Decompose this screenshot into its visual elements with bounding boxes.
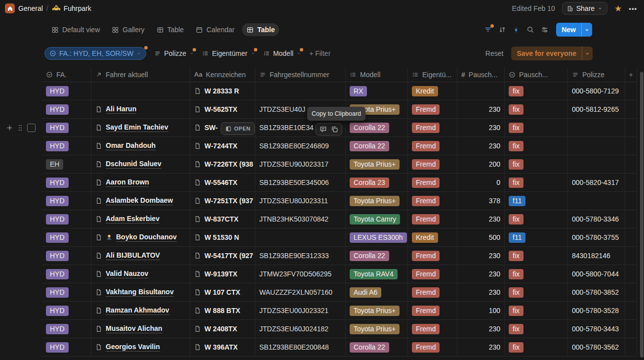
cell-polizze[interactable]: 000-5800-7129	[568, 82, 625, 100]
table-row[interactable]: HYDValid NauzovW-9139TXJTMW23FV70D506295…	[42, 265, 637, 283]
column-header-pausch-[interactable]: Pausch...	[505, 67, 568, 82]
table-row[interactable]: HYDAslambek DombaewW-7251TX (937JTDZS3EU…	[42, 192, 637, 210]
column-header-eigentü-[interactable]: Eigentü...	[408, 67, 457, 82]
cell-pauschale-betrag[interactable]: 200	[457, 155, 505, 173]
driver-page-link[interactable]: Aaron Brown	[106, 178, 149, 187]
more-options-icon[interactable]: •••	[629, 5, 637, 12]
driver-page-link[interactable]: Valid Nauzov	[106, 270, 148, 278]
table-row[interactable]: HYDBoyko DouchanovW 51530 NLEXUS ES300hK…	[42, 228, 637, 247]
cell-empty[interactable]	[625, 265, 637, 283]
cell-fahrer-aktuell[interactable]: Ramzan Akhmadov	[91, 302, 190, 319]
column-header-fahrgestellnummer[interactable]: Fahrgestellnummer	[255, 67, 346, 82]
view-tab-default-view-0[interactable]: Default view	[47, 23, 104, 36]
column-header-modell[interactable]: Modell	[346, 67, 408, 82]
driver-page-link[interactable]: Georgios Vavilin	[106, 343, 160, 352]
cell-empty[interactable]	[625, 119, 637, 136]
table-row[interactable]: HYDAdam EskerbievW-837CTXJTNB23HK5030708…	[42, 210, 637, 228]
cell-pauschale-betrag[interactable]: 230	[457, 137, 505, 155]
cell-modell[interactable]: Toyota Camry	[346, 210, 408, 228]
cell-fahrer-aktuell[interactable]: Vakhtang Bisultanov	[91, 283, 190, 301]
cell-pauschale-typ[interactable]: fix	[505, 338, 568, 356]
cell-pauschale-typ[interactable]: fix	[505, 82, 568, 100]
table-row[interactable]: HYDAaron BrownW-5546TXSB1Z93BE50E345006C…	[42, 174, 637, 192]
cell-fahrgestellnummer[interactable]: SB1Z93BE80E246809	[255, 137, 346, 155]
cell-fahrer-aktuell[interactable]: Musaitov Alichan	[91, 320, 190, 338]
filter-chip-2[interactable]: Eigentümer	[202, 49, 255, 57]
cell-fahrer-aktuell[interactable]: Omar Dahdouh	[91, 137, 190, 155]
cell-empty[interactable]	[625, 137, 637, 155]
cell-fa[interactable]: HYD	[42, 100, 91, 118]
cell-modell[interactable]: Corolla 22	[346, 247, 408, 265]
cell-modell[interactable]: Toyota Prius+	[346, 155, 408, 173]
cell-kennzeichen[interactable]: W-5625TX	[190, 100, 255, 118]
breadcrumb-general[interactable]: General	[18, 4, 43, 12]
cell-kennzeichen[interactable]: W 28333 R	[190, 82, 255, 100]
cell-fahrgestellnummer[interactable]: JTDZS3EU80J023311	[255, 192, 346, 210]
cell-modell[interactable]: Toyota Prius+	[346, 192, 408, 210]
cell-fa[interactable]: HYD	[42, 265, 91, 283]
reset-button[interactable]: Reset	[485, 49, 504, 57]
driver-page-link[interactable]: Ali Harun	[106, 105, 136, 114]
cell-fahrgestellnummer[interactable]	[255, 228, 346, 246]
cell-pauschale-typ[interactable]: fix	[505, 302, 568, 319]
cell-pauschale-betrag[interactable]: 230	[457, 119, 505, 136]
breadcrumb-fuhrpark[interactable]: Fuhrpark	[52, 4, 91, 12]
cell-fa[interactable]: EH	[42, 155, 91, 173]
cell-fa[interactable]: HYD	[42, 338, 91, 356]
cell-eigentuemer[interactable]: Fremd	[408, 320, 457, 338]
view-tab-table-4[interactable]: Table	[242, 23, 280, 36]
cell-pauschale-typ[interactable]: fix	[505, 283, 568, 301]
open-page-button[interactable]: OPEN	[221, 122, 255, 135]
cell-kennzeichen[interactable]: W-837CTX	[190, 210, 255, 228]
sort-icon[interactable]	[498, 26, 506, 34]
cell-eigentuemer[interactable]: Fremd	[408, 119, 457, 136]
cell-pauschale-betrag[interactable]: 100	[457, 302, 505, 319]
save-for-everyone-label[interactable]: Save for everyone	[511, 46, 582, 60]
cell-fa[interactable]: HYD	[42, 247, 91, 265]
new-button-label[interactable]: New	[556, 23, 581, 37]
cell-empty[interactable]	[625, 192, 637, 210]
cell-kennzeichen[interactable]: W-7251TX (937	[190, 192, 255, 210]
cell-fa[interactable]: HYD	[42, 82, 91, 100]
cell-fahrgestellnummer[interactable]: SB1Z93BE50E345006	[255, 174, 346, 191]
cell-fahrgestellnummer[interactable]: JTNB23HK503070842	[255, 210, 346, 228]
cell-modell[interactable]: Audi A6	[346, 283, 408, 301]
cell-pauschale-typ[interactable]: fix	[505, 265, 568, 283]
save-chevron-icon[interactable]	[582, 46, 593, 60]
home-icon[interactable]	[5, 3, 15, 13]
cell-fa[interactable]: HYD	[42, 283, 91, 301]
driver-page-link[interactable]: Musaitov Alichan	[106, 324, 162, 333]
cell-polizze[interactable]	[568, 155, 625, 173]
filter-icon[interactable]	[484, 26, 492, 34]
new-button[interactable]: New	[556, 23, 592, 37]
cell-modell[interactable]: Corolla 22	[346, 338, 408, 356]
cell-fahrgestellnummer[interactable]: JTDZS3EU90J023317	[255, 155, 346, 173]
cell-polizze[interactable]: 000-5820-4317	[568, 174, 625, 191]
cell-kennzeichen[interactable]: W-9139TX	[190, 265, 255, 283]
cell-modell[interactable]: LEXUS ES300h	[346, 228, 408, 246]
table-row[interactable]: HYDGeorgios VavilinW 396ATXSB1Z93BE80E20…	[42, 338, 637, 357]
column-header-fahrer-aktuell[interactable]: Fahrer aktuell	[91, 67, 190, 82]
cell-eigentuemer[interactable]: Fremd	[408, 100, 457, 118]
cell-kennzeichen[interactable]: W 2408TX	[190, 320, 255, 338]
cell-kennzeichen[interactable]: W 888 BTX	[190, 302, 255, 319]
cell-fahrgestellnummer[interactable]: WAUZZZF2XLN057160	[255, 283, 346, 301]
cell-kennzeichen[interactable]: W 107 CTX	[190, 283, 255, 301]
filter-chip-0[interactable]: FA.: HYD, EH, SOR/SW	[44, 47, 146, 60]
cell-pauschale-typ[interactable]: fix	[505, 155, 568, 173]
cell-empty[interactable]	[625, 283, 637, 301]
cell-fahrer-aktuell[interactable]: Ali BIJBULATOV	[91, 247, 190, 265]
automation-bolt-icon[interactable]	[513, 26, 520, 34]
save-for-everyone-button[interactable]: Save for everyone	[511, 46, 593, 60]
cell-pauschale-typ[interactable]: f11	[505, 228, 568, 246]
cell-eigentuemer[interactable]: Fremd	[408, 174, 457, 191]
table-row[interactable]: HYDVakhtang BisultanovW 107 CTXWAUZZZF2X…	[42, 283, 637, 302]
cell-modell[interactable]: Toyota Prius+	[346, 320, 408, 338]
cell-modell[interactable]: Corolla 23	[346, 174, 408, 191]
view-tab-table-2[interactable]: Table	[152, 23, 188, 36]
cell-pauschale-betrag[interactable]: 500	[457, 228, 505, 246]
cell-fahrer-aktuell[interactable]: Sayd Emin Tachiev	[91, 119, 190, 136]
add-column-button[interactable]: +	[625, 67, 637, 82]
cell-empty[interactable]	[625, 82, 637, 100]
driver-page-link[interactable]: Adam Eskerbiev	[106, 215, 160, 224]
